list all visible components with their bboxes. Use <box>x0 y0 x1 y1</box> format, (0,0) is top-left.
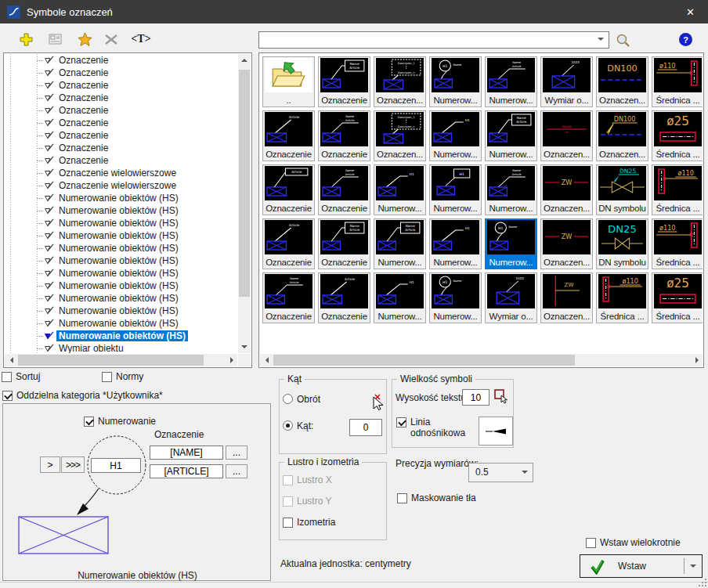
symbol-cell[interactable]: Descriptor_1Descriptor_nOznaczen... <box>374 110 426 161</box>
article-browse-button[interactable]: ... <box>226 464 247 478</box>
symbol-cell[interactable]: H1NameNumerow... <box>485 218 537 269</box>
resize-grip[interactable] <box>699 579 706 586</box>
number-field[interactable] <box>91 458 141 473</box>
symbol-cell[interactable]: DN10020Oznaczen... <box>540 110 593 161</box>
search-input[interactable] <box>261 33 590 47</box>
symbol-cell[interactable]: NameArticleOznaczenie <box>318 218 370 269</box>
numerowanie-checkbox[interactable]: Numerowanie <box>84 416 156 427</box>
symbol-cell[interactable]: DN25DN symbolu <box>596 218 648 269</box>
article-field[interactable] <box>150 464 223 478</box>
tree-item[interactable]: Numerowanie obiektów (HS) <box>5 305 237 317</box>
symbol-cell[interactable]: .. <box>262 56 315 107</box>
tree-item[interactable]: Oznaczenie wielowierszowe <box>5 167 237 179</box>
tree-item[interactable]: Numerowanie obiektów (HS) <box>5 292 237 305</box>
symbol-cell[interactable]: ArticleOznaczenie <box>262 164 315 215</box>
tree-item[interactable]: Oznaczenie <box>5 92 237 104</box>
symbol-cell[interactable]: NameArticleNumerow... <box>485 164 537 215</box>
name-field[interactable] <box>150 446 223 460</box>
wstaw-wielokrotnie-checkbox[interactable]: Wstaw wielokrotnie <box>586 537 681 548</box>
delete-button[interactable] <box>103 31 120 47</box>
scroll-left-arrow[interactable] <box>5 354 17 366</box>
tree-item[interactable]: Numerowanie obiektów (HS) <box>5 317 237 330</box>
symbol-cell[interactable]: DN100Oznaczen... <box>596 110 648 161</box>
close-button[interactable]: ✕ <box>673 0 708 23</box>
multi-insert-button[interactable]: >>> <box>61 456 85 473</box>
tree-item[interactable]: Numerowanie obiektów (HS) <box>5 267 237 280</box>
symbol-cell[interactable]: ZWOznaczen... <box>540 272 593 323</box>
symbol-cell[interactable]: ø110Średnica ... <box>596 272 648 323</box>
tree-item[interactable]: Numerowanie obiektów (HS) <box>5 242 237 254</box>
symbol-cell[interactable]: H1NameNumerow... <box>429 272 482 323</box>
tree-item[interactable]: Oznaczenie <box>5 104 237 117</box>
tree-item[interactable]: Oznaczenie <box>5 54 237 67</box>
tree-item[interactable]: Numerowanie obiektów (HS) <box>5 229 237 242</box>
details-button[interactable] <box>46 31 63 47</box>
favorite-button[interactable] <box>76 31 93 47</box>
symbol-cell[interactable]: NameArticleNumerow... <box>485 110 537 161</box>
symbol-cell[interactable]: ø25Średnica ... <box>652 272 703 323</box>
wstaw-dropdown-arrow[interactable] <box>687 561 699 573</box>
kat-radio[interactable]: Kąt: <box>283 420 313 431</box>
symbol-cell[interactable]: ZWOznaczen... <box>540 164 593 215</box>
tree-item[interactable]: Numerowanie obiektów (HS) <box>5 330 237 342</box>
symbol-cell[interactable]: NameArticleOznaczenie <box>262 272 315 323</box>
precision-dropdown[interactable]: 0.5 <box>468 463 533 482</box>
text-height-input[interactable] <box>462 389 489 406</box>
symbol-cell[interactable]: NameArticleNumerow... <box>485 56 537 107</box>
titlebar[interactable]: Symbole oznaczeń ✕ <box>0 0 708 23</box>
search-button[interactable] <box>614 32 631 48</box>
angle-input[interactable] <box>349 419 382 436</box>
normy-checkbox[interactable]: Normy <box>102 371 143 382</box>
scroll-down-arrow[interactable] <box>238 341 251 353</box>
symbol-cell[interactable]: DN100Oznaczen... <box>596 56 648 107</box>
symbol-search-combobox[interactable] <box>258 31 609 49</box>
leader-style-button[interactable] <box>479 417 513 446</box>
tree-item[interactable]: Numerowanie obiektów (HS) <box>5 204 237 217</box>
text-symbol-button[interactable]: <T> <box>130 31 152 47</box>
symbol-cell[interactable]: ArticleOznaczenie <box>262 110 315 161</box>
symbol-cell[interactable]: ø110Średnica ... <box>652 56 703 107</box>
symbol-cell[interactable]: DN25DN symbolu <box>596 164 648 215</box>
name-browse-button[interactable]: ... <box>226 446 247 460</box>
tree-item[interactable]: Numerowanie obiektów (HS) <box>5 280 237 292</box>
symbol-cell[interactable]: NameArticleOznaczenie <box>318 56 370 107</box>
tree-item[interactable]: Oznaczenie <box>5 154 237 167</box>
pick-on-screen-button[interactable] <box>494 389 510 408</box>
scroll-right-arrow[interactable] <box>225 354 237 366</box>
symbol-cell[interactable]: H1Numerow... <box>374 272 426 323</box>
symbol-cell[interactable]: H1Numerow... <box>429 218 482 269</box>
tree-item[interactable]: Wymiar obiektu <box>5 342 237 353</box>
tree-item[interactable]: Oznaczenie <box>5 142 237 154</box>
symbol-cell[interactable]: 1023Wymiar o... <box>540 56 593 107</box>
tree-item[interactable]: Oznaczenie wielowierszowe <box>5 179 237 192</box>
symbol-cell[interactable]: H1NameNumerow... <box>429 56 482 107</box>
wstaw-button[interactable]: Wstaw <box>580 555 684 577</box>
linia-odnosnikowa-checkbox[interactable]: Linia odnośnikowa <box>396 417 475 438</box>
chevron-down-icon[interactable] <box>594 34 607 46</box>
tree-item[interactable]: Oznaczenie <box>5 117 237 129</box>
izometria-checkbox[interactable]: Izometria <box>283 517 335 528</box>
tree-item[interactable]: Numerowanie obiektów (HS) <box>5 192 237 204</box>
symbol-cell[interactable]: H1Numerow... <box>374 164 426 215</box>
symbol-cell[interactable]: ArticleOznaczenie <box>318 272 370 323</box>
symbol-cell[interactable]: 1023Wymiar o... <box>485 272 537 323</box>
tree-item[interactable]: Oznaczenie <box>5 129 237 142</box>
obrot-radio[interactable]: Obrót <box>283 394 320 405</box>
symbol-cell[interactable]: NameArticleOznaczenie <box>318 110 370 161</box>
symbol-cell[interactable]: ZWOznaczen... <box>540 218 593 269</box>
help-button[interactable]: ? <box>679 33 692 46</box>
add-symbol-button[interactable] <box>17 31 34 47</box>
symbol-cell[interactable]: ø25Średnica ... <box>652 110 703 161</box>
symbol-cell[interactable]: NameArticleOznaczenie <box>318 164 370 215</box>
tree-item[interactable]: Numerowanie obiektów (HS) <box>5 217 237 229</box>
hscroll-thumb[interactable] <box>273 355 575 366</box>
symbol-cell[interactable]: NameArticleNumerow... <box>374 218 426 269</box>
vscroll-thumb[interactable] <box>239 70 250 297</box>
tree-item[interactable]: Numerowanie obiektów (HS) <box>5 254 237 267</box>
symbol-cell[interactable]: Descriptor_1Descriptor_nOznaczen... <box>374 56 426 107</box>
symbol-cell[interactable]: H1Numerow... <box>429 164 482 215</box>
oddzielna-kategoria-checkbox[interactable]: Oddzielna kategoria *Użytkownika* <box>2 390 163 401</box>
scroll-left-arrow[interactable] <box>260 354 273 366</box>
scroll-up-arrow[interactable] <box>238 54 251 67</box>
tree-item[interactable]: Oznaczenie <box>5 79 237 92</box>
